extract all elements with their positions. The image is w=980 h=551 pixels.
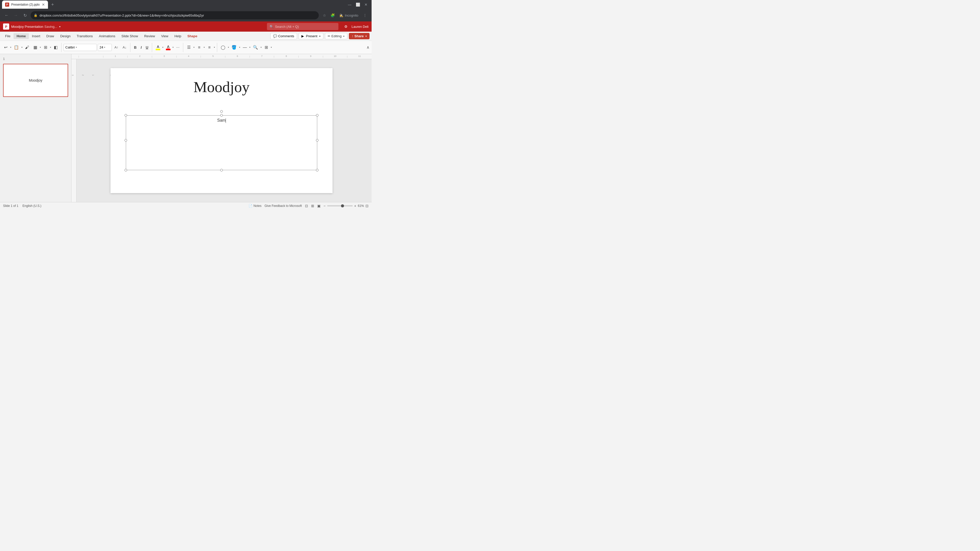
format-painter-button[interactable]: 🖌: [24, 44, 30, 50]
alignment-button[interactable]: ≡: [206, 44, 213, 50]
slide-container[interactable]: 21123 Moodjoy Sam: [72, 59, 372, 202]
shapes-dropdown[interactable]: ▾: [228, 46, 229, 48]
shapes-button[interactable]: ◯: [219, 44, 227, 50]
present-chevron[interactable]: ▾: [319, 35, 321, 38]
bullets-button[interactable]: ☰: [185, 44, 192, 50]
menu-review[interactable]: Review: [141, 33, 158, 39]
font-size-selector[interactable]: 24 ▾: [98, 44, 112, 51]
new-tab-button[interactable]: +: [49, 1, 56, 8]
size-dropdown[interactable]: ▾: [104, 46, 105, 48]
menu-home[interactable]: Home: [14, 33, 29, 39]
font-more-button[interactable]: ···: [175, 44, 181, 50]
close-button[interactable]: ✕: [363, 1, 369, 8]
fill-color-button[interactable]: 🪣: [230, 44, 238, 50]
fit-button[interactable]: ⊡: [366, 204, 369, 208]
section-dropdown[interactable]: ▾: [50, 46, 51, 48]
normal-view-button[interactable]: ⊡: [305, 204, 308, 208]
share-chevron[interactable]: ▾: [366, 35, 367, 38]
editing-chevron[interactable]: ▾: [343, 35, 345, 38]
forward-button[interactable]: →: [12, 12, 19, 19]
alignment-dropdown[interactable]: ▾: [214, 46, 215, 48]
menu-button[interactable]: ⋮: [361, 12, 369, 19]
handle-rotation[interactable]: [220, 110, 223, 113]
browser-tab[interactable]: P Presentation (2).pptx ✕: [2, 0, 48, 9]
feedback-button[interactable]: Give Feedback to Microsoft: [265, 204, 302, 208]
menu-file[interactable]: File: [2, 33, 14, 39]
highlight-color-button[interactable]: A: [154, 44, 162, 51]
handle-top-left[interactable]: [124, 114, 127, 117]
comments-button[interactable]: 💬 Comments: [270, 33, 297, 39]
fill-dropdown[interactable]: ▾: [239, 46, 240, 48]
decrease-font-button[interactable]: A↓: [121, 45, 128, 50]
menu-draw[interactable]: Draw: [43, 33, 57, 39]
clipboard-dropdown[interactable]: ▾: [21, 46, 22, 48]
notes-button[interactable]: 📄 Notes: [248, 204, 261, 208]
editing-button[interactable]: ✏ Editing ▾: [325, 33, 348, 39]
zoom-in-button[interactable]: +: [354, 204, 356, 208]
settings-button[interactable]: ⚙: [342, 23, 350, 30]
section-button[interactable]: ⊞: [42, 44, 49, 50]
url-box[interactable]: 🔒 dropbox.com/scl/fi/ds8xk05ovlytyxnalh0…: [30, 11, 319, 19]
text-box-content[interactable]: Sam: [217, 118, 226, 123]
search-input[interactable]: [275, 25, 326, 29]
increase-font-button[interactable]: A↑: [113, 45, 120, 50]
present-button[interactable]: ▶ Present ▾: [299, 33, 323, 39]
extensions-button[interactable]: 🧩: [329, 12, 336, 19]
menu-help[interactable]: Help: [171, 33, 184, 39]
handle-bottom-left[interactable]: [124, 169, 127, 171]
back-button[interactable]: ←: [3, 12, 10, 19]
handle-middle-right[interactable]: [316, 139, 318, 141]
slide-thumbnail[interactable]: Moodjoy: [3, 64, 68, 97]
font-dropdown[interactable]: ▾: [76, 46, 77, 48]
handle-top-middle[interactable]: [220, 114, 223, 117]
line-color-dropdown[interactable]: ▾: [249, 46, 250, 48]
highlight-dropdown[interactable]: ▾: [162, 46, 163, 48]
italic-button[interactable]: I: [139, 44, 143, 51]
doc-dropdown-button[interactable]: ▾: [59, 25, 60, 28]
zoom-out-button[interactable]: −: [324, 204, 326, 208]
font-color-dropdown[interactable]: ▾: [172, 46, 173, 48]
grid-dropdown[interactable]: ▾: [271, 46, 272, 48]
slide-sorter-button[interactable]: ⊞: [311, 204, 314, 208]
menu-slideshow[interactable]: Slide Show: [118, 33, 141, 39]
menu-design[interactable]: Design: [57, 33, 73, 39]
slide-layout-button[interactable]: ▦: [32, 44, 39, 50]
handle-top-right[interactable]: [316, 114, 318, 117]
refresh-button[interactable]: ↻: [21, 12, 29, 19]
tab-close-button[interactable]: ✕: [42, 3, 45, 6]
bookmark-button[interactable]: ☆: [321, 12, 328, 19]
theme-button[interactable]: ◧: [52, 44, 59, 50]
handle-middle-left[interactable]: [124, 139, 127, 141]
numbering-button[interactable]: ≡: [196, 44, 203, 50]
undo-dropdown[interactable]: ▾: [10, 46, 11, 48]
share-button[interactable]: ↑ Share ▾: [349, 33, 369, 39]
slide-canvas[interactable]: Moodjoy Sam: [110, 68, 332, 193]
underline-button[interactable]: U: [144, 44, 150, 51]
clipboard-button[interactable]: 📋: [12, 44, 21, 50]
handle-bottom-middle[interactable]: [220, 169, 223, 171]
menu-view[interactable]: View: [158, 33, 172, 39]
find-dropdown[interactable]: ▾: [261, 46, 262, 48]
menu-transitions[interactable]: Transitions: [73, 33, 96, 39]
handle-bottom-right[interactable]: [316, 169, 318, 171]
numbering-dropdown[interactable]: ▾: [204, 46, 205, 48]
user-account[interactable]: Lauren Deli: [352, 25, 369, 29]
find-button[interactable]: 🔍: [251, 44, 259, 50]
menu-animations[interactable]: Animations: [96, 33, 118, 39]
layout-dropdown[interactable]: ▾: [40, 46, 41, 48]
reading-view-button[interactable]: ▣: [317, 204, 321, 208]
font-color-button[interactable]: A: [164, 44, 172, 51]
bullets-dropdown[interactable]: ▾: [193, 46, 194, 48]
line-color-button[interactable]: —: [241, 44, 248, 50]
menu-insert[interactable]: Insert: [29, 33, 43, 39]
grid-button[interactable]: ⊞: [262, 44, 270, 50]
undo-button[interactable]: ↩: [2, 44, 9, 50]
minimize-button[interactable]: —: [346, 1, 353, 8]
bold-button[interactable]: B: [132, 44, 138, 51]
zoom-slider[interactable]: [327, 205, 353, 206]
menu-shape[interactable]: Shape: [184, 33, 200, 39]
maximize-button[interactable]: ⬜: [354, 1, 361, 8]
text-box[interactable]: Sam: [126, 115, 317, 170]
app-search-box[interactable]: 🔍: [267, 23, 339, 30]
ribbon-collapse-button[interactable]: ∧: [366, 45, 369, 50]
